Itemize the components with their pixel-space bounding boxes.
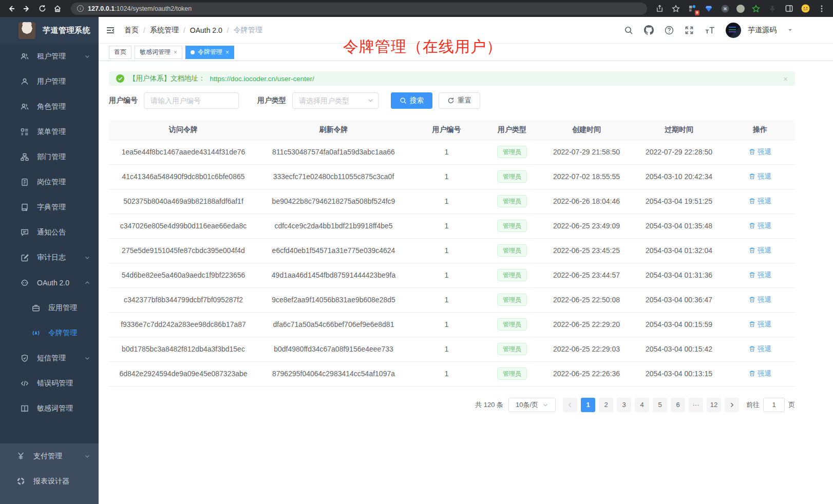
sidebar-item-label: OAuth 2.0 — [37, 279, 76, 287]
sidebar-item-sms[interactable]: 短信管理 — [0, 345, 99, 371]
force-logout-button[interactable]: 强退 — [749, 320, 771, 329]
search-icon — [624, 26, 633, 35]
collapse-sidebar-button[interactable] — [106, 26, 115, 35]
browser-reload-button[interactable] — [36, 3, 48, 15]
tag-sensitive-words[interactable]: 敏感词管理× — [135, 46, 182, 59]
sidebar-item-oauth[interactable]: OAuth 2.0 — [0, 270, 99, 295]
extension-panel[interactable] — [784, 4, 794, 14]
font-size-button[interactable] — [705, 26, 715, 35]
user-avatar[interactable] — [726, 23, 741, 38]
sidebar-item-role[interactable]: 角色管理 — [0, 94, 99, 119]
force-logout-button[interactable]: 强退 — [749, 197, 771, 206]
force-logout-button[interactable]: 强退 — [749, 295, 771, 304]
force-logout-button[interactable]: 强退 — [749, 147, 771, 157]
back-arrow-icon — [7, 5, 15, 13]
profile-avatar[interactable] — [800, 4, 810, 14]
help-button[interactable] — [665, 26, 674, 35]
table-row: c347026e805e4d99b0d116eae66eda8ccdfc4ce9… — [109, 214, 795, 238]
goto-page-input[interactable] — [763, 398, 785, 412]
sidebar-item-notice[interactable]: 通知公告 — [0, 220, 99, 245]
table-row: 1ea5e44f8bc1467aaede43144f31de76811c5304… — [109, 140, 795, 164]
prev-page-button[interactable] — [563, 398, 577, 412]
app-logo[interactable]: 芋道管理系统 — [0, 17, 99, 44]
user-type-select[interactable] — [292, 92, 378, 109]
browser-home-button[interactable] — [51, 3, 64, 15]
page-button-2[interactable]: 2 — [599, 398, 613, 412]
sidebar-item-menu[interactable]: 菜单管理 — [0, 119, 99, 144]
sidebar-item-tenant[interactable]: 租户管理 — [0, 44, 99, 69]
sidebar-item-sensitive[interactable]: 敏感词管理 — [0, 396, 99, 421]
reset-button[interactable]: 重置 — [439, 92, 480, 109]
goto-suffix: 页 — [788, 400, 795, 410]
kebab-menu-icon — [821, 5, 823, 13]
force-logout-button[interactable]: 强退 — [749, 344, 771, 354]
sidebar-item-post[interactable]: 岗位管理 — [0, 169, 99, 195]
audit-log-icon — [21, 254, 29, 262]
more-pages-button[interactable]: ··· — [689, 398, 703, 412]
fullscreen-button[interactable] — [685, 26, 694, 35]
force-logout-button[interactable]: 强退 — [749, 172, 771, 181]
sidebar-item-pay[interactable]: 支付管理 — [0, 443, 99, 469]
actions-cell: 强退 — [725, 214, 795, 238]
force-logout-button[interactable]: 强退 — [749, 246, 771, 255]
next-page-button[interactable] — [725, 398, 739, 412]
trash-icon — [749, 222, 755, 229]
sidebar-item-oauth-token[interactable]: 令牌管理 — [0, 320, 99, 345]
sidebar-item-report-designer[interactable]: 报表设计器 — [0, 469, 99, 494]
page-button-3[interactable]: 3 — [617, 398, 631, 412]
created-cell: 2022-06-25 23:45:25 — [540, 238, 633, 263]
sidebar-item-label: 租户管理 — [37, 52, 76, 61]
search-button[interactable]: 搜索 — [391, 92, 432, 109]
url-text[interactable]: 127.0.0.1:1024/system/oauth2/token — [88, 5, 192, 12]
extension-command[interactable]: ⌘ — [720, 4, 730, 14]
user-name[interactable]: 芋道源码 — [748, 26, 777, 35]
extension-gem[interactable] — [704, 4, 714, 14]
tag-token-management[interactable]: 令牌管理× — [185, 46, 234, 59]
site-info-icon[interactable]: i — [77, 5, 84, 12]
extension-circle[interactable] — [736, 5, 745, 13]
sidebar-item-dept[interactable]: 部门管理 — [0, 144, 99, 169]
open-book-icon — [21, 404, 29, 413]
extension-star[interactable] — [751, 4, 761, 14]
page-button-1[interactable]: 1 — [581, 398, 595, 412]
page-button-6[interactable]: 6 — [671, 398, 685, 412]
sidebar-item-dict[interactable]: 字典管理 — [0, 195, 99, 220]
tag-close-icon[interactable]: × — [174, 49, 177, 55]
tag-label: 敏感词管理 — [140, 48, 171, 56]
address-bar[interactable]: i 127.0.0.1:1024/system/oauth2/token — [71, 3, 647, 15]
tag-home[interactable]: 首页 — [109, 46, 131, 59]
sidebar-item-user[interactable]: 用户管理 — [0, 69, 99, 94]
force-logout-button[interactable]: 强退 — [749, 369, 771, 378]
alert-close-icon[interactable]: × — [783, 74, 788, 83]
doc-link[interactable]: https://doc.iocoder.cn/user-center/ — [210, 75, 314, 83]
user-id-cell: 1 — [409, 189, 484, 214]
col-access-token: 访问令牌 — [109, 120, 258, 140]
header-search-button[interactable] — [624, 26, 633, 35]
extension-pin[interactable] — [767, 4, 778, 14]
goto-label: 前往 — [746, 400, 760, 410]
bookmark-button[interactable] — [671, 4, 681, 14]
force-logout-button[interactable]: 强退 — [749, 270, 771, 280]
org-chart-icon — [21, 153, 29, 161]
topbar: 首页 / 系统管理 / OAuth 2.0 / 令牌管理 — [99, 17, 833, 44]
user-type-select-input[interactable] — [292, 92, 378, 109]
yen-icon — [16, 452, 25, 460]
share-button[interactable] — [654, 4, 665, 14]
sidebar-item-oauth-app[interactable]: 应用管理 — [0, 295, 99, 320]
page-button-5[interactable]: 5 — [653, 398, 667, 412]
breadcrumb-home[interactable]: 首页 — [124, 26, 139, 35]
page-size-select[interactable]: 10条/页 — [508, 398, 556, 412]
sidebar-item-audit[interactable]: 审计日志 — [0, 245, 99, 270]
page-button-4[interactable]: 4 — [635, 398, 649, 412]
chevron-right-icon — [729, 402, 735, 408]
extension-downloads[interactable]: 9 — [687, 4, 697, 14]
github-link[interactable] — [644, 25, 654, 35]
browser-forward-button[interactable] — [21, 3, 33, 15]
user-id-input[interactable] — [144, 92, 239, 109]
browser-menu-button[interactable] — [817, 4, 827, 14]
page-button-12[interactable]: 12 — [707, 398, 721, 412]
tag-close-icon[interactable]: × — [225, 49, 229, 55]
sidebar-item-errorcode[interactable]: 错误码管理 — [0, 371, 99, 396]
browser-back-button[interactable] — [5, 3, 17, 15]
force-logout-button[interactable]: 强退 — [749, 221, 771, 230]
